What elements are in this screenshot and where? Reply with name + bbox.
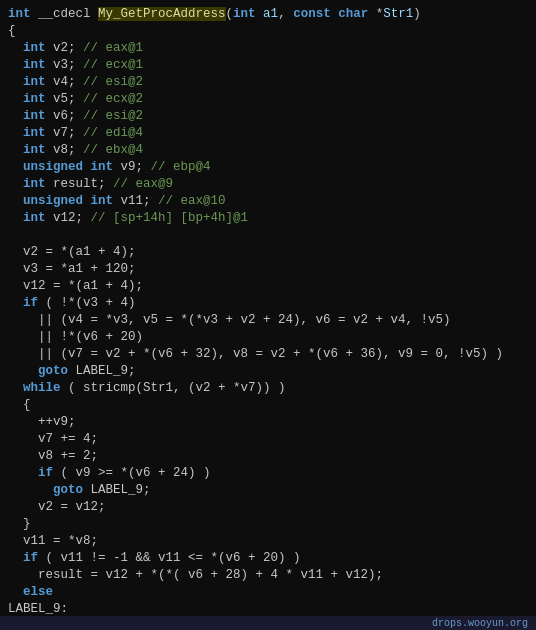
code-line-31: if ( v11 != -1 && v11 <= *(v6 + 20) ) bbox=[8, 550, 528, 567]
code-container: int __cdecl My_GetProcAddress(int a1, co… bbox=[0, 0, 536, 616]
code-line-30: v11 = *v8; bbox=[8, 533, 528, 550]
code-line-18: || !*(v6 + 20) bbox=[8, 329, 528, 346]
code-line-28: v2 = v12; bbox=[8, 499, 528, 516]
code-line-8: unsigned int v9; // ebp@4 bbox=[8, 159, 528, 176]
code-line-20: goto LABEL_9; bbox=[8, 363, 528, 380]
code-line-26: if ( v9 >= *(v6 + 24) ) bbox=[8, 465, 528, 482]
code-line-19: || (v7 = v2 + *(v6 + 32), v8 = v2 + *(v6… bbox=[8, 346, 528, 363]
code-line-1: int v2; // eax@1 bbox=[8, 40, 528, 57]
code-line-3: int v4; // esi@2 bbox=[8, 74, 528, 91]
code-line-23: ++v9; bbox=[8, 414, 528, 431]
code-line-9: int result; // eax@9 bbox=[8, 176, 528, 193]
code-line-2: int v3; // ecx@1 bbox=[8, 57, 528, 74]
code-line-header: int __cdecl My_GetProcAddress(int a1, co… bbox=[8, 6, 528, 23]
footer-url: drops.wooyun.org bbox=[432, 618, 528, 629]
code-line-25: v8 += 2; bbox=[8, 448, 528, 465]
code-line-11: int v12; // [sp+14h] [bp+4h]@1 bbox=[8, 210, 528, 227]
code-line-4: int v5; // ecx@2 bbox=[8, 91, 528, 108]
code-line-5: int v6; // esi@2 bbox=[8, 108, 528, 125]
code-line-17: || (v4 = *v3, v5 = *(*v3 + v2 + 24), v6 … bbox=[8, 312, 528, 329]
code-line-24: v7 += 4; bbox=[8, 431, 528, 448]
code-line-33: else bbox=[8, 584, 528, 601]
code-line-label: LABEL_9: bbox=[8, 601, 528, 616]
code-line-6: int v7; // edi@4 bbox=[8, 125, 528, 142]
code-line-22: { bbox=[8, 397, 528, 414]
code-line-27: goto LABEL_9; bbox=[8, 482, 528, 499]
code-line-32: result = v12 + *(*( v6 + 28) + 4 * v11 +… bbox=[8, 567, 528, 584]
code-line-10: unsigned int v11; // eax@10 bbox=[8, 193, 528, 210]
code-line-21: while ( stricmp(Str1, (v2 + *v7)) ) bbox=[8, 380, 528, 397]
code-line-13: v2 = *(a1 + 4); bbox=[8, 244, 528, 261]
code-line-15: v12 = *(a1 + 4); bbox=[8, 278, 528, 295]
code-line-16: if ( !*(v3 + 4) bbox=[8, 295, 528, 312]
code-line-7: int v8; // ebx@4 bbox=[8, 142, 528, 159]
code-line-14: v3 = *a1 + 120; bbox=[8, 261, 528, 278]
code-line-29: } bbox=[8, 516, 528, 533]
code-line-0: { bbox=[8, 23, 528, 40]
footer-bar: drops.wooyun.org bbox=[0, 616, 536, 630]
code-line-blank1 bbox=[8, 227, 528, 244]
